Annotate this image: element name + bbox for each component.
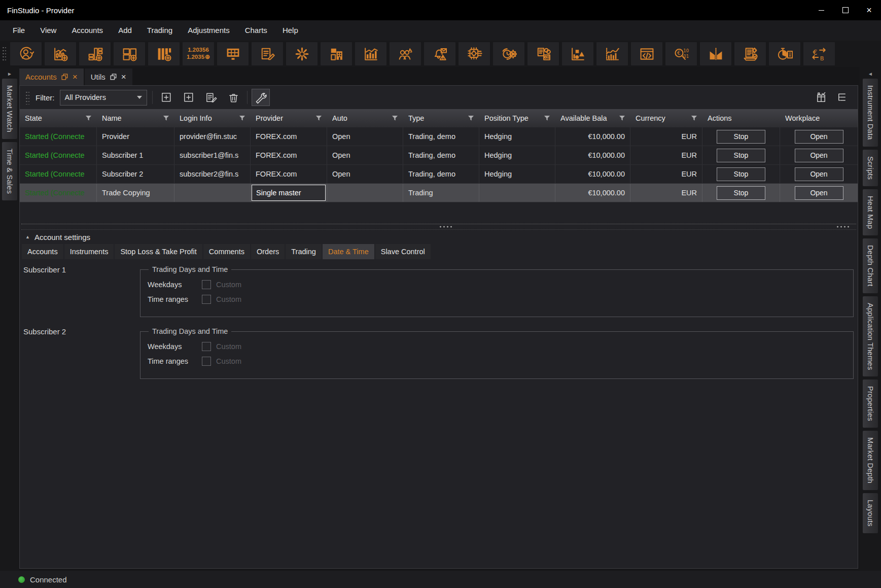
settings-tab-comments[interactable]: Comments: [203, 244, 250, 259]
currency-exchange-icon[interactable]: €B: [803, 42, 835, 65]
settings-gear-icon[interactable]: [286, 42, 318, 65]
table-row[interactable]: Started (ConnecteTrade CopyingSingle mas…: [20, 184, 858, 202]
restore-window-icon[interactable]: [110, 74, 117, 80]
expand-left-panel-icon[interactable]: ►: [7, 68, 12, 79]
table-row[interactable]: Started (ConnecteSubscriber 2subscriber2…: [20, 165, 858, 184]
column-header-workplace[interactable]: Workplace: [780, 114, 858, 122]
provider-editor[interactable]: Single master: [252, 185, 326, 201]
minimize-button[interactable]: [809, 0, 833, 20]
stop-button[interactable]: Stop: [717, 167, 765, 181]
custom-checkbox[interactable]: [202, 280, 211, 289]
users-connect-icon[interactable]: [390, 42, 421, 65]
column-header-auto[interactable]: Auto: [327, 114, 403, 122]
bar-panels-add-icon[interactable]: [79, 42, 111, 65]
side-tab-instrument-data[interactable]: Instrument Data: [863, 79, 878, 147]
maximize-button[interactable]: [833, 0, 857, 20]
stats-chart-icon[interactable]: [355, 42, 386, 65]
stop-button[interactable]: Stop: [717, 186, 765, 200]
column-header-available-bala[interactable]: Available Bala: [555, 114, 630, 122]
side-tab-depth-chart[interactable]: Depth Chart: [863, 238, 878, 293]
side-tab-time-sales[interactable]: Time & Sales: [2, 142, 17, 200]
column-header-login-info[interactable]: Login Info: [174, 114, 251, 122]
alerts-bell-mail-icon[interactable]: [424, 42, 455, 65]
column-header-type[interactable]: Type: [403, 114, 479, 122]
column-bars-add-icon[interactable]: [148, 42, 180, 65]
expand-right-panel-icon[interactable]: ◄: [868, 68, 873, 79]
code-editor-icon[interactable]: [631, 42, 662, 65]
scheduler-clock-icon[interactable]: [493, 42, 524, 65]
filter-funnel-icon[interactable]: [315, 115, 322, 121]
filterbar-drag-grip[interactable]: [25, 90, 29, 105]
filter-funnel-icon[interactable]: [468, 115, 474, 121]
column-header-actions[interactable]: Actions: [702, 114, 780, 122]
report-settings-icon[interactable]: [734, 42, 766, 65]
multi-line-chart-icon[interactable]: [596, 42, 628, 65]
open-workplace-button[interactable]: Open: [795, 167, 843, 181]
settings-tab-orders[interactable]: Orders: [251, 244, 285, 259]
close-tab-icon[interactable]: ×: [121, 73, 126, 81]
depth-wedges-icon[interactable]: [700, 42, 731, 65]
side-tab-heat-map[interactable]: Heat Map: [863, 189, 878, 235]
close-button[interactable]: ×: [857, 0, 881, 20]
column-header-position-type[interactable]: Position Type: [479, 114, 555, 122]
column-chooser-icon[interactable]: [815, 91, 828, 104]
restore-window-icon[interactable]: [61, 74, 68, 80]
close-tab-icon[interactable]: ×: [73, 73, 78, 81]
custom-checkbox[interactable]: [202, 342, 211, 351]
user-sync-icon[interactable]: [10, 42, 42, 65]
menu-item-charts[interactable]: Charts: [237, 20, 275, 41]
chart-objects-icon[interactable]: [562, 42, 593, 65]
open-workplace-button[interactable]: Open: [795, 149, 843, 162]
quote-board-add-icon[interactable]: 1.203561.2035⊕: [183, 42, 214, 65]
toolbar-drag-grip[interactable]: [2, 46, 6, 62]
chip-automation-icon[interactable]: [459, 42, 490, 65]
settings-tab-accounts[interactable]: Accounts: [22, 244, 63, 259]
menu-item-help[interactable]: Help: [275, 20, 306, 41]
splitter-grip[interactable]: [439, 226, 454, 228]
menu-item-view[interactable]: View: [32, 20, 64, 41]
menu-item-add[interactable]: Add: [111, 20, 139, 41]
settings-tab-date-time[interactable]: Date & Time: [323, 244, 374, 259]
filter-funnel-icon[interactable]: [691, 115, 697, 121]
side-tab-layouts[interactable]: Layouts: [863, 493, 878, 533]
filter-funnel-icon[interactable]: [392, 115, 398, 121]
menu-item-adjustments[interactable]: Adjustments: [180, 20, 237, 41]
column-header-currency[interactable]: Currency: [630, 114, 702, 122]
add-account-button[interactable]: [158, 89, 176, 106]
filter-funnel-icon[interactable]: [85, 115, 92, 121]
org-structure-icon[interactable]: [321, 42, 352, 65]
doc-tab-accounts[interactable]: Accounts×: [19, 68, 84, 85]
side-tab-market-depth[interactable]: Market Depth: [863, 431, 878, 490]
account-settings-header[interactable]: ▲ Account settings: [20, 230, 858, 244]
splitter-grip-end[interactable]: [836, 226, 851, 228]
note-edit-icon[interactable]: [252, 42, 283, 65]
edit-list-button[interactable]: [202, 89, 221, 106]
settings-tab-instruments[interactable]: Instruments: [64, 244, 114, 259]
delete-button[interactable]: [225, 89, 243, 106]
tools-button[interactable]: [252, 89, 270, 106]
custom-checkbox[interactable]: [202, 357, 211, 366]
custom-checkbox[interactable]: [202, 295, 211, 304]
side-tab-application-themes[interactable]: Application Themes: [863, 296, 878, 376]
filter-funnel-icon[interactable]: [239, 115, 245, 121]
column-header-state[interactable]: State: [20, 114, 97, 122]
settings-tab-trading[interactable]: Trading: [286, 244, 322, 259]
menu-item-accounts[interactable]: Accounts: [64, 20, 111, 41]
workspace-add-icon[interactable]: [114, 42, 145, 65]
provider-filter-dropdown[interactable]: All Providers: [60, 90, 147, 106]
settings-tab-stop-loss-take-profit[interactable]: Stop Loss & Take Profit: [115, 244, 202, 259]
stop-button[interactable]: Stop: [717, 130, 765, 144]
filter-funnel-icon[interactable]: [163, 115, 169, 121]
filter-funnel-icon[interactable]: [544, 115, 550, 121]
column-header-name[interactable]: Name: [97, 114, 174, 122]
grid-monitor-icon[interactable]: [217, 42, 249, 65]
billing-docs-icon[interactable]: [527, 42, 559, 65]
side-tab-market-watch[interactable]: Market Watch: [2, 79, 17, 139]
open-workplace-button[interactable]: Open: [795, 186, 843, 200]
candlestick-chart-add-icon[interactable]: [45, 42, 76, 65]
side-tab-properties[interactable]: Properties: [863, 379, 878, 428]
horizontal-splitter[interactable]: [21, 224, 856, 230]
open-workplace-button[interactable]: Open: [795, 130, 843, 144]
add-account-alt-button[interactable]: [180, 89, 198, 106]
timer-info-icon[interactable]: [769, 42, 800, 65]
